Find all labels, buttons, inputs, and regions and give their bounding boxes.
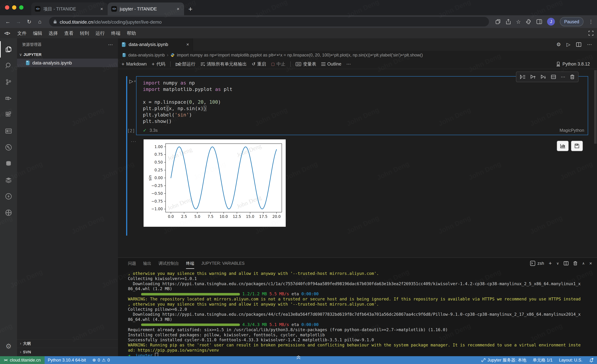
notifications-bell-icon[interactable] bbox=[586, 358, 597, 363]
power-circle-icon[interactable] bbox=[0, 188, 17, 205]
kernel-picker[interactable]: Python 3.8.12 bbox=[556, 62, 593, 67]
cell-more-actions-icon[interactable]: ⋯ bbox=[561, 74, 565, 80]
profile-avatar[interactable]: J bbox=[547, 18, 555, 26]
explorer-icon[interactable] bbox=[0, 41, 17, 58]
sidebar-section-jupyter[interactable]: ∨ JUPYTER bbox=[17, 51, 118, 59]
split-cell-icon[interactable] bbox=[551, 75, 556, 79]
notebook-settings-gear-icon[interactable]: ⚙ bbox=[556, 42, 561, 47]
panel-tab-4[interactable]: JUPYTER: VARIABLES bbox=[201, 258, 245, 269]
problems-status[interactable]: ⊗0 ⚠0 bbox=[89, 358, 113, 363]
breadcrumb-cell-code[interactable]: import numpy as np↵import matplotlib.pyp… bbox=[177, 53, 423, 58]
back-icon[interactable]: ← bbox=[4, 19, 12, 25]
browser-menu-icon[interactable]: ⋮ bbox=[589, 19, 593, 25]
terminal-dropdown-icon[interactable]: ∨ bbox=[557, 261, 559, 265]
panel-tab-2[interactable]: 调试控制台 bbox=[158, 258, 179, 269]
terminal-output[interactable]: , otherwise you may silence this warning… bbox=[118, 269, 597, 356]
outline-button[interactable]: Outline bbox=[321, 62, 341, 67]
extensions-icon[interactable] bbox=[0, 107, 17, 123]
bookmark-star-icon[interactable]: ☆ bbox=[516, 19, 521, 25]
minimize-window-button[interactable] bbox=[12, 5, 16, 10]
sidebar-item-notebook[interactable]: data-analysis.ipynb bbox=[17, 59, 118, 67]
close-tab-icon[interactable]: × bbox=[99, 6, 104, 12]
execute-cell-and-below-icon[interactable] bbox=[520, 75, 526, 79]
settings-gear-icon[interactable]: ⚙ bbox=[0, 339, 17, 353]
svn-circle-icon[interactable] bbox=[0, 139, 17, 155]
search-icon[interactable] bbox=[0, 58, 17, 74]
share-icon[interactable] bbox=[506, 19, 511, 24]
menu-item-7[interactable]: 帮助 bbox=[124, 29, 139, 38]
new-tab-button[interactable]: + bbox=[188, 5, 192, 13]
cell-position-status[interactable]: 单元格 1/1 bbox=[529, 357, 556, 363]
layers-icon[interactable] bbox=[0, 172, 17, 188]
breadcrumb-file[interactable]: data-analysis.ipynb bbox=[128, 53, 165, 58]
panel-tab-3[interactable]: 终端 bbox=[186, 258, 194, 269]
run-and-debug-icon[interactable] bbox=[0, 90, 17, 107]
menu-item-4[interactable]: 转到 bbox=[77, 29, 92, 38]
close-panel-icon[interactable]: × bbox=[589, 261, 592, 266]
cell-code-editor[interactable]: import numpy as npimport matplotlib.pypl… bbox=[136, 77, 588, 124]
breadcrumb[interactable]: data-analysis.ipynb › import numpy as np… bbox=[118, 51, 597, 59]
sidebar-section-svn[interactable]: › SVN bbox=[17, 348, 118, 356]
run-below-icon[interactable] bbox=[541, 74, 546, 79]
preview-window-icon[interactable] bbox=[0, 123, 17, 139]
close-tab-icon[interactable]: × bbox=[176, 6, 181, 12]
save-plot-button[interactable] bbox=[571, 141, 583, 151]
expand-panel-chevrons-icon[interactable] bbox=[296, 355, 301, 360]
reload-icon[interactable]: ↻ bbox=[25, 19, 33, 25]
panel-tab-1[interactable]: 输出 bbox=[143, 258, 151, 269]
variables-button[interactable]: (x)变量表 bbox=[296, 61, 316, 67]
add-markdown-button[interactable]: +Markdown bbox=[122, 61, 147, 67]
close-window-button[interactable] bbox=[5, 5, 9, 10]
extensions-puzzle-icon[interactable] bbox=[526, 19, 531, 24]
jupyter-server-status[interactable]: Jupyter 服务器: 本地 bbox=[478, 357, 529, 363]
editor-scrollbar-thumb[interactable] bbox=[594, 70, 597, 144]
editor-tab-notebook[interactable]: data-analysis.ipynb × bbox=[118, 38, 193, 51]
split-terminal-icon[interactable] bbox=[564, 261, 569, 265]
menu-item-3[interactable]: 查看 bbox=[61, 29, 77, 38]
menu-item-2[interactable]: 选择 bbox=[46, 29, 61, 38]
open-plot-viewer-button[interactable] bbox=[557, 141, 569, 151]
output-more-icon[interactable]: ··· bbox=[131, 139, 136, 144]
maximize-window-button[interactable] bbox=[19, 5, 24, 10]
python-interpreter-status[interactable]: Python 3.10.4 64-bit bbox=[45, 358, 89, 363]
run-cell-icon[interactable]: ▷ bbox=[129, 78, 133, 84]
close-editor-tab-icon[interactable]: × bbox=[186, 42, 189, 47]
cell-language[interactable]: MagicPython bbox=[559, 128, 584, 133]
run-cell-dropdown-icon[interactable]: ∨ bbox=[134, 79, 136, 83]
keyboard-layout-status[interactable]: Layout: U.S. bbox=[556, 358, 586, 363]
sidebar-section-outline[interactable]: › 大纲 bbox=[17, 339, 118, 348]
menu-item-6[interactable]: 终端 bbox=[108, 29, 124, 38]
source-control-icon[interactable] bbox=[0, 74, 17, 90]
address-bar[interactable]: cloud.titanide.cn/ide/web/coding/jupyter… bbox=[49, 17, 489, 26]
new-terminal-icon[interactable]: + bbox=[549, 260, 552, 266]
sync-paused-badge[interactable]: Paused bbox=[560, 17, 583, 26]
maximize-panel-icon[interactable]: ∧ bbox=[582, 261, 585, 265]
copy-page-icon[interactable] bbox=[495, 19, 501, 24]
fullscreen-icon[interactable] bbox=[589, 31, 593, 36]
split-editor-icon[interactable] bbox=[576, 42, 581, 47]
kill-terminal-icon[interactable] bbox=[573, 261, 577, 266]
restart-kernel-button[interactable]: ↺重启 bbox=[252, 61, 266, 67]
interrupt-button[interactable]: ▢中止 bbox=[271, 61, 285, 67]
terminal-shell-badge[interactable]: zsh bbox=[530, 261, 544, 266]
toolbar-more-icon[interactable]: ⋯ bbox=[346, 62, 351, 67]
menu-item-0[interactable]: 文件 bbox=[14, 29, 30, 38]
delete-cell-icon[interactable] bbox=[570, 74, 575, 79]
side-panel-icon[interactable] bbox=[536, 19, 542, 24]
menu-item-1[interactable]: 编辑 bbox=[30, 29, 46, 38]
code-cell[interactable]: import numpy as npimport matplotlib.pypl… bbox=[136, 76, 588, 135]
remote-targets-icon[interactable] bbox=[0, 205, 17, 221]
editor-more-actions-icon[interactable]: ⋯ bbox=[587, 42, 592, 47]
panel-tab-0[interactable]: 问题 bbox=[128, 258, 136, 269]
sidebar-more-icon[interactable]: ⋯ bbox=[108, 42, 113, 47]
forward-icon[interactable]: → bbox=[14, 19, 23, 25]
database-icon[interactable] bbox=[0, 155, 17, 172]
menu-item-5[interactable]: 运行 bbox=[92, 29, 108, 38]
home-icon[interactable]: ⌂ bbox=[36, 19, 44, 25]
remote-indicator[interactable]: >< cloud.titanide.cn bbox=[0, 356, 45, 364]
browser-tab-jupyter[interactable]: <t> jupyter - TITANIDE × bbox=[108, 2, 184, 15]
browser-tab-project[interactable]: <t> 项目 - TITANIDE × bbox=[31, 2, 108, 15]
run-above-icon[interactable] bbox=[530, 74, 536, 79]
run-all-button[interactable]: ▷▷ 全部运行 bbox=[176, 61, 196, 67]
clear-outputs-button[interactable]: 清除所有单元格输出 bbox=[200, 61, 247, 67]
